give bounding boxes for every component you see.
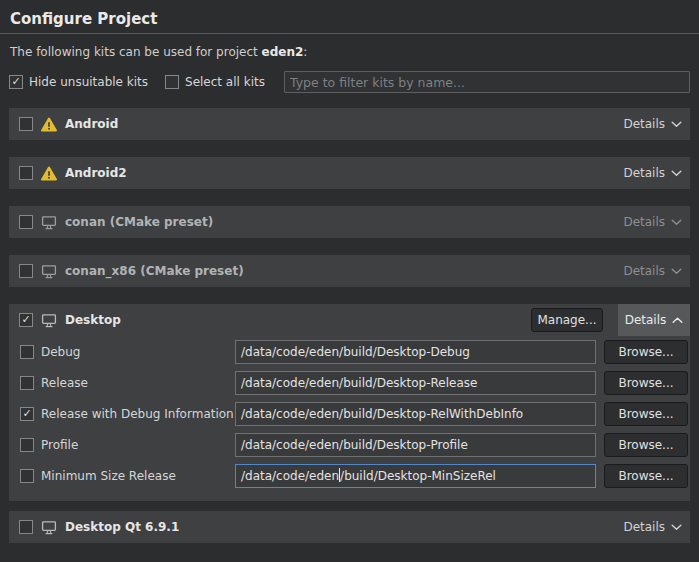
config-label: Release	[41, 376, 235, 390]
config-label: Debug	[41, 345, 235, 359]
chevron-down-icon	[671, 121, 682, 128]
browse-button[interactable]: Browse...	[604, 433, 688, 457]
config-checkbox[interactable]	[20, 469, 34, 483]
kit-list: Android Details Android2 Details c	[9, 108, 690, 543]
build-path-value: /data/code/eden/build/Desktop-MinSizeRel	[241, 468, 496, 483]
chevron-up-icon	[672, 317, 683, 324]
chevron-down-icon	[671, 170, 682, 177]
kit-checkbox[interactable]	[19, 215, 33, 229]
kit-checkbox[interactable]	[19, 117, 33, 131]
build-path-value: /data/code/eden/build/Desktop-RelWithDeb…	[241, 407, 523, 421]
build-path-input[interactable]: /data/code/eden/build/Desktop-Profile	[235, 433, 596, 457]
text-cursor	[339, 468, 340, 482]
config-row-profile: Profile /data/code/eden/build/Desktop-Pr…	[9, 429, 690, 460]
kit-checkbox[interactable]	[19, 520, 33, 534]
kit-checkbox[interactable]	[19, 264, 33, 278]
details-label: Details	[625, 313, 667, 327]
config-row-debug: Debug /data/code/eden/build/Desktop-Debu…	[9, 336, 690, 367]
kit-row-android2: Android2 Details	[9, 157, 690, 189]
kit-row-conan: conan (CMake preset) Details	[9, 206, 690, 238]
build-path-input[interactable]: /data/code/eden/build/Desktop-RelWithDeb…	[235, 402, 596, 426]
hide-unsuitable-kits-checkbox[interactable]	[9, 75, 23, 89]
kit-checkbox[interactable]	[19, 166, 33, 180]
kit-name: conan_x86 (CMake preset)	[65, 264, 244, 278]
page-title: Configure Project	[9, 0, 690, 28]
select-all-kits-label: Select all kits	[185, 75, 265, 89]
config-checkbox[interactable]	[20, 376, 34, 390]
warning-icon	[41, 166, 57, 181]
subtitle-prefix: The following kits can be used for proje…	[10, 45, 262, 59]
details-label: Details	[623, 166, 665, 180]
details-button[interactable]: Details	[623, 215, 682, 229]
config-row-minsizerel: Minimum Size Release /data/code/eden/bui…	[9, 460, 690, 491]
subtitle-suffix: :	[303, 45, 307, 59]
kit-row-conan-x86: conan_x86 (CMake preset) Details	[9, 255, 690, 287]
details-label: Details	[623, 264, 665, 278]
kit-name: Android	[65, 117, 118, 131]
manage-button[interactable]: Manage...	[531, 308, 603, 332]
kit-row-desktop-qt: Desktop Qt 6.9.1 Details	[9, 511, 690, 543]
details-button[interactable]: Details	[623, 520, 682, 534]
kit-name: Desktop	[65, 313, 121, 327]
kit-name: Android2	[65, 166, 127, 180]
browse-button[interactable]: Browse...	[604, 402, 688, 426]
config-checkbox[interactable]	[20, 407, 34, 421]
config-row-relwithdebinfo: Release with Debug Information /data/cod…	[9, 398, 690, 429]
kit-name: Desktop Qt 6.9.1	[65, 520, 179, 534]
config-checkbox[interactable]	[20, 438, 34, 452]
desktop-icon	[41, 313, 57, 328]
details-label: Details	[623, 117, 665, 131]
config-row-release: Release /data/code/eden/build/Desktop-Re…	[9, 367, 690, 398]
browse-button[interactable]: Browse...	[604, 371, 688, 395]
details-button[interactable]: Details	[618, 304, 690, 336]
desktop-icon	[41, 520, 57, 535]
details-button[interactable]: Details	[623, 166, 682, 180]
kit-checkbox[interactable]	[19, 313, 33, 327]
config-label: Minimum Size Release	[41, 469, 235, 483]
config-checkbox[interactable]	[20, 345, 34, 359]
chevron-down-icon	[671, 268, 682, 275]
desktop-icon	[41, 215, 57, 230]
config-label: Profile	[41, 438, 235, 452]
desktop-icon	[41, 264, 57, 279]
build-path-input[interactable]: /data/code/eden/build/Desktop-Release	[235, 371, 596, 395]
select-all-kits-checkbox[interactable]	[165, 75, 179, 89]
details-button[interactable]: Details	[623, 117, 682, 131]
kit-name: conan (CMake preset)	[65, 215, 213, 229]
build-path-value: /data/code/eden/build/Desktop-Profile	[241, 438, 468, 452]
warning-icon	[41, 117, 57, 132]
build-path-value: /data/code/eden/build/Desktop-Release	[241, 376, 477, 390]
project-name: eden2	[262, 45, 304, 59]
browse-button[interactable]: Browse...	[604, 464, 688, 488]
browse-button[interactable]: Browse...	[604, 340, 688, 364]
kits-subtitle: The following kits can be used for proje…	[9, 45, 690, 59]
build-path-value: /data/code/eden/build/Desktop-Debug	[241, 345, 470, 359]
chevron-down-icon	[671, 219, 682, 226]
hide-unsuitable-kits-label: Hide unsuitable kits	[29, 75, 148, 89]
build-path-input[interactable]: /data/code/eden/build/Desktop-MinSizeRel	[235, 464, 596, 488]
details-label: Details	[623, 520, 665, 534]
chevron-down-icon	[671, 524, 682, 531]
config-label: Release with Debug Information	[41, 407, 235, 421]
details-label: Details	[623, 215, 665, 229]
configure-project-page: Configure Project The following kits can…	[0, 0, 699, 543]
kit-panel-desktop: Desktop Manage... Details Debug /data/co…	[9, 304, 690, 501]
kit-row-android: Android Details	[9, 108, 690, 140]
title-separator	[0, 33, 699, 34]
kit-filter-controls: Hide unsuitable kits Select all kits	[9, 70, 690, 94]
kit-row-desktop: Desktop Manage... Details	[9, 304, 690, 336]
kit-filter-input[interactable]	[284, 71, 690, 93]
details-button[interactable]: Details	[623, 264, 682, 278]
build-path-input[interactable]: /data/code/eden/build/Desktop-Debug	[235, 340, 596, 364]
